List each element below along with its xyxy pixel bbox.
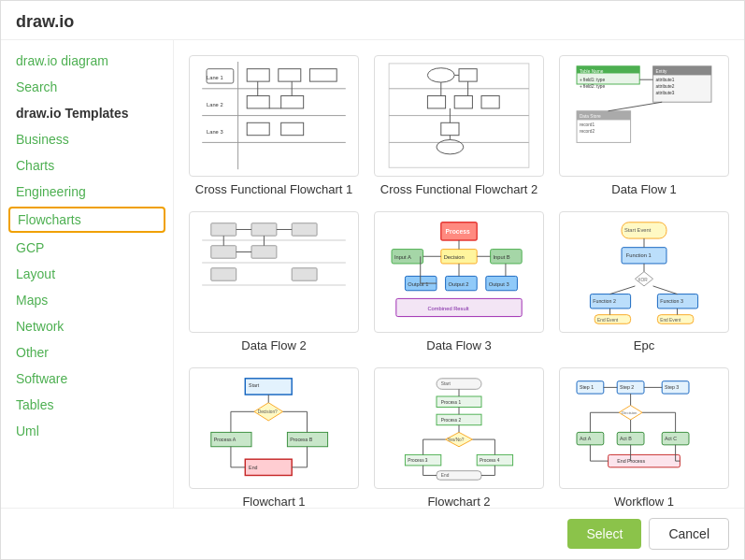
svg-text:Decision: Decision [444,255,465,261]
svg-text:attribute2: attribute2 [655,84,674,89]
template-name-cross-functional-2: Cross Functional Flowchart 2 [380,182,537,196]
svg-line-103 [653,286,678,294]
svg-point-32 [437,140,464,154]
template-item-data-flow-2[interactable]: Data Flow 2 [189,211,359,352]
svg-text:Process 4: Process 4 [480,458,500,463]
svg-text:Lane 2: Lane 2 [207,102,223,108]
template-thumbnail-cross-functional-2 [374,55,544,177]
sidebar-item-other[interactable]: Other [1,339,173,366]
svg-text:Start: Start [249,383,260,389]
sidebar: draw.io diagramSearchdraw.io TemplatesBu… [1,40,174,508]
sidebar-item-charts[interactable]: Charts [1,152,173,179]
dialog-body: draw.io diagramSearchdraw.io TemplatesBu… [1,40,744,508]
templates-grid: Lane 1 Lane 2 Lane 3 Cross Functional Fl… [189,55,729,508]
template-item-flowchart-2[interactable]: Start Process 1 Process 2 Yes/No? Proces… [374,367,544,508]
sidebar-item-drawio-templates[interactable]: draw.io Templates [1,100,173,126]
svg-point-22 [427,68,454,82]
svg-text:Process 2: Process 2 [441,418,462,423]
sidebar-item-uml[interactable]: Uml [1,418,173,444]
sidebar-item-software[interactable]: Software [1,366,173,392]
svg-rect-25 [427,96,445,108]
sidebar-item-maps[interactable]: Maps [1,287,173,313]
svg-text:Combined Result: Combined Result [427,306,469,311]
svg-rect-59 [251,246,277,258]
template-name-workflow-1: Workflow 1 [614,495,674,508]
svg-text:Process A: Process A [214,437,236,442]
sidebar-item-tables[interactable]: Tables [1,392,173,418]
svg-text:Function 2: Function 2 [593,299,616,305]
sidebar-item-drawio-diagram[interactable]: draw.io diagram [1,48,173,74]
dialog-header: draw.io [1,1,744,40]
svg-text:End Process: End Process [617,458,645,464]
svg-text:Function 3: Function 3 [660,299,683,305]
svg-rect-11 [247,123,269,136]
sidebar-item-layout[interactable]: Layout [1,261,173,287]
select-button[interactable]: Select [567,519,641,549]
svg-text:Decision: Decision [622,411,638,416]
svg-rect-8 [247,96,269,108]
svg-text:Lane 3: Lane 3 [207,129,223,135]
template-item-data-flow-3[interactable]: Process Input A Decision Input B Output … [374,211,544,352]
template-thumbnail-workflow-1: Step 1 Step 2 Step 3 Decision Act A Act … [559,367,729,489]
svg-text:Act B: Act B [620,436,632,441]
sidebar-item-gcp[interactable]: GCP [1,235,173,261]
sidebar-item-business[interactable]: Business [1,126,173,152]
svg-text:End: End [249,465,257,470]
svg-text:+ field2: type: + field2: type [580,84,606,89]
template-item-data-flow-1[interactable]: Table Name + field1: type + field2: type… [559,55,729,196]
sidebar-item-engineering[interactable]: Engineering [1,179,173,205]
template-item-cross-functional-2[interactable]: Cross Functional Flowchart 2 [374,55,544,196]
template-thumbnail-data-flow-1: Table Name + field1: type + field2: type… [559,55,729,177]
template-thumbnail-cross-functional-1: Lane 1 Lane 2 Lane 3 [189,55,359,177]
svg-text:Step 2: Step 2 [620,385,634,391]
template-name-data-flow-1: Data Flow 1 [611,182,676,196]
svg-rect-56 [211,246,236,258]
svg-rect-6 [279,69,301,81]
svg-rect-58 [251,223,277,236]
svg-rect-60 [292,223,317,236]
svg-text:Process B: Process B [290,437,312,442]
template-thumbnail-epc: Start Event Function 1 XOR Function 2 Fu… [559,211,729,333]
sidebar-item-search[interactable]: Search [1,74,173,100]
svg-rect-9 [281,96,304,108]
svg-text:End Event: End Event [597,319,619,323]
template-name-cross-functional-1: Cross Functional Flowchart 1 [195,182,352,196]
template-item-flowchart-1[interactable]: Start Decision? Process A Process B End … [189,367,359,508]
sidebar-item-flowcharts[interactable]: Flowcharts [8,207,165,233]
svg-text:record1: record1 [580,123,595,128]
svg-rect-12 [281,123,304,136]
svg-text:Yes/No?: Yes/No? [448,438,465,442]
svg-text:attribute1: attribute1 [655,79,674,83]
svg-text:End Event: End Event [660,319,681,323]
template-item-cross-functional-1[interactable]: Lane 1 Lane 2 Lane 3 Cross Functional Fl… [189,55,359,196]
svg-rect-7 [309,69,337,81]
template-thumbnail-flowchart-2: Start Process 1 Process 2 Yes/No? Proces… [374,367,544,489]
svg-text:Lane 1: Lane 1 [207,76,223,81]
svg-rect-5 [247,69,269,81]
svg-text:XOR: XOR [638,279,648,283]
content-area: Lane 1 Lane 2 Lane 3 Cross Functional Fl… [174,40,744,508]
svg-text:End: End [441,474,450,479]
svg-text:Step 1: Step 1 [580,385,594,391]
dialog: draw.io draw.io diagramSearchdraw.io Tem… [0,0,745,560]
template-thumbnail-flowchart-1: Start Decision? Process A Process B End [189,367,359,489]
svg-rect-61 [292,268,317,280]
cancel-button[interactable]: Cancel [649,518,729,550]
svg-text:Output 1: Output 1 [408,281,428,287]
svg-rect-26 [454,96,472,108]
template-thumbnail-data-flow-3: Process Input A Decision Input B Output … [374,211,544,333]
svg-text:Act C: Act C [665,436,677,441]
template-name-flowchart-1: Flowchart 1 [242,495,305,508]
svg-text:Input A: Input A [394,255,411,261]
sidebar-item-network[interactable]: Network [1,313,173,339]
svg-text:Start: Start [441,382,451,387]
svg-text:Step 3: Step 3 [665,385,679,391]
template-item-workflow-1[interactable]: Step 1 Step 2 Step 3 Decision Act A Act … [559,367,729,508]
template-item-epc[interactable]: Start Event Function 1 XOR Function 2 Fu… [559,211,729,352]
svg-text:Start Event: Start Event [624,228,652,234]
svg-text:Output 3: Output 3 [489,281,509,287]
dialog-title: draw.io [16,12,74,31]
svg-text:Act A: Act A [580,436,592,441]
svg-text:attribute3: attribute3 [655,91,674,95]
template-name-data-flow-3: Data Flow 3 [426,338,491,352]
